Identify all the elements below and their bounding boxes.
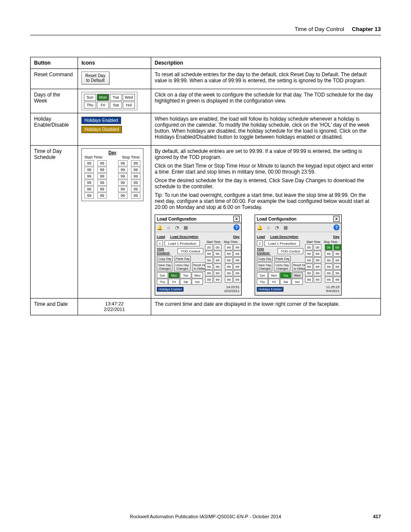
faceplate-schedule-cell[interactable]: 00 <box>333 244 341 250</box>
faceplate-schedule-cell[interactable]: 99 <box>205 277 213 283</box>
faceplate-schedule-cell[interactable]: 99 <box>305 277 313 283</box>
faceplate-schedule-cell[interactable]: 99 <box>305 270 313 276</box>
paste-day-button[interactable]: Paste Day <box>274 256 291 261</box>
schedule-cell[interactable]: 99 <box>131 180 140 186</box>
faceplate-schedule-cell[interactable]: 99 <box>314 270 321 276</box>
save-day-button[interactable]: Save Day Changes <box>257 262 272 271</box>
schedule-cell[interactable]: 99 <box>131 167 140 173</box>
faceplate-day-sun[interactable]: Sun <box>157 272 168 278</box>
help-icon[interactable]: ? <box>333 224 339 230</box>
faceplate-schedule-cell[interactable]: 99 <box>305 264 313 270</box>
faceplate-schedule-cell[interactable]: 99 <box>305 257 313 263</box>
schedule-cell[interactable]: 99 <box>84 173 94 179</box>
copy-day-button[interactable]: Copy Day <box>157 256 173 261</box>
schedule-cell[interactable]: 99 <box>97 193 107 199</box>
faceplate-schedule-cell[interactable]: 99 <box>225 277 233 283</box>
clock-icon[interactable]: ◔ <box>274 224 280 230</box>
faceplate-day-thu[interactable]: Thu <box>257 279 268 285</box>
faceplate-schedule-cell[interactable]: 99 <box>314 257 321 263</box>
schedule-cell[interactable]: 99 <box>118 173 128 179</box>
day-hol[interactable]: Hol <box>123 102 135 109</box>
schedule-cell[interactable]: 99 <box>118 180 128 186</box>
schedule-cell[interactable]: 99 <box>131 193 140 199</box>
faceplate-schedule-cell[interactable]: 99 <box>205 270 213 276</box>
schedule-cell[interactable]: 99 <box>84 167 94 173</box>
faceplate-schedule-cell[interactable]: 99 <box>234 270 241 276</box>
calendar-icon[interactable]: ▦ <box>283 224 289 230</box>
calendar-icon[interactable]: ▦ <box>183 224 189 230</box>
load-description-field[interactable]: Load 1 Production <box>165 240 200 246</box>
day-sat[interactable]: Sat <box>110 102 122 109</box>
faceplate-schedule-cell[interactable]: 99 <box>325 257 333 263</box>
faceplate-day-sat[interactable]: Sat <box>180 279 191 285</box>
faceplate-holidays-enabled-button[interactable]: Holidays Enabled <box>157 287 184 292</box>
faceplate-schedule-cell[interactable]: 99 <box>333 264 341 270</box>
schedule-cell[interactable]: 99 <box>84 160 94 166</box>
schedule-cell[interactable]: 99 <box>84 186 94 192</box>
faceplate-schedule-cell[interactable]: 99 <box>333 270 341 276</box>
day-mon[interactable]: Mon <box>97 94 109 101</box>
faceplate-schedule-cell[interactable]: 99 <box>234 257 241 263</box>
tod-control-field[interactable]: TOD Control <box>177 248 203 254</box>
faceplate-schedule-cell[interactable]: 99 <box>333 277 341 283</box>
faceplate-schedule-cell[interactable]: 99 <box>305 251 313 257</box>
load-description-field[interactable]: Load 1 Production <box>265 240 300 246</box>
home-icon[interactable]: ⌂ <box>265 224 271 230</box>
faceplate-schedule-cell[interactable]: 99 <box>325 270 333 276</box>
faceplate-schedule-cell[interactable]: 99 <box>205 257 213 263</box>
schedule-cell[interactable]: 99 <box>97 160 107 166</box>
schedule-cell[interactable]: 99 <box>84 180 94 186</box>
faceplate-schedule-cell[interactable]: 99 <box>325 277 333 283</box>
faceplate-schedule-cell[interactable]: 99 <box>225 264 233 270</box>
faceplate-schedule-cell[interactable]: 99 <box>214 257 221 263</box>
faceplate-schedule-cell[interactable]: 99 <box>314 251 321 257</box>
clock-icon[interactable]: ◔ <box>174 224 180 230</box>
faceplate-day-tue[interactable]: Tue <box>180 272 191 278</box>
faceplate-schedule-cell[interactable]: 99 <box>234 244 241 250</box>
faceplate-day-hol[interactable]: Hol <box>192 279 203 285</box>
faceplate-schedule-cell[interactable]: 99 <box>225 270 233 276</box>
faceplate-schedule-cell[interactable]: 99 <box>333 257 341 263</box>
close-icon[interactable]: X <box>333 216 339 222</box>
faceplate-schedule-cell[interactable]: 99 <box>214 270 221 276</box>
faceplate-schedule-cell[interactable]: 99 <box>225 257 233 263</box>
faceplate-day-sun[interactable]: Sun <box>257 272 268 278</box>
faceplate-schedule-cell[interactable]: 99 <box>314 264 321 270</box>
faceplate-schedule-cell[interactable]: 99 <box>225 251 233 257</box>
bell-icon[interactable]: 🔔 <box>257 224 263 230</box>
reset-day-button[interactable]: Reset Day to Default <box>81 72 109 84</box>
faceplate-schedule-cell[interactable]: 99 <box>234 277 241 283</box>
faceplate-holidays-enabled-button[interactable]: Holidays Enabled <box>257 287 283 292</box>
faceplate-schedule-cell[interactable]: 99 <box>205 264 213 270</box>
faceplate-schedule-cell[interactable]: 99 <box>225 244 233 250</box>
faceplate-day-fri[interactable]: Fri <box>268 279 280 285</box>
faceplate-schedule-cell[interactable]: 00 <box>305 244 313 250</box>
faceplate-schedule-cell[interactable]: 99 <box>333 251 341 257</box>
schedule-cell[interactable]: 99 <box>118 167 128 173</box>
close-icon[interactable]: X <box>234 216 240 222</box>
faceplate-day-hol[interactable]: Hol <box>292 279 303 285</box>
faceplate-schedule-cell[interactable]: 99 <box>325 264 333 270</box>
schedule-cell[interactable]: 99 <box>118 160 128 166</box>
faceplate-day-tue[interactable]: Tue <box>280 272 291 278</box>
holidays-enabled-button[interactable]: Holidays Enabled <box>81 117 121 124</box>
schedule-cell[interactable]: 99 <box>97 180 107 186</box>
schedule-cell[interactable]: 99 <box>131 186 140 192</box>
save-day-button[interactable]: Save Day Changes <box>157 262 172 271</box>
faceplate-schedule-cell[interactable]: 06 <box>325 244 333 250</box>
faceplate-schedule-cell[interactable]: 99 <box>214 264 221 270</box>
tod-control-field[interactable]: TOD Control <box>277 248 303 254</box>
faceplate-schedule-cell[interactable]: 99 <box>314 277 321 283</box>
faceplate-schedule-cell[interactable]: 99 <box>234 264 241 270</box>
paste-day-button[interactable]: Paste Day <box>174 256 191 261</box>
faceplate-schedule-cell[interactable]: 00 <box>314 244 321 250</box>
faceplate-schedule-cell[interactable]: 99 <box>214 277 221 283</box>
faceplate-day-wed[interactable]: Wed <box>192 272 203 278</box>
faceplate-day-mon[interactable]: Mon <box>168 272 180 278</box>
faceplate-schedule-cell[interactable]: 99 <box>234 251 241 257</box>
faceplate-schedule-cell[interactable]: 99 <box>205 251 213 257</box>
schedule-cell[interactable]: 99 <box>118 186 128 192</box>
faceplate-day-wed[interactable]: Wed <box>292 272 303 278</box>
schedule-cell[interactable]: 99 <box>118 193 128 199</box>
faceplate-schedule-cell[interactable]: 00 <box>214 244 221 250</box>
